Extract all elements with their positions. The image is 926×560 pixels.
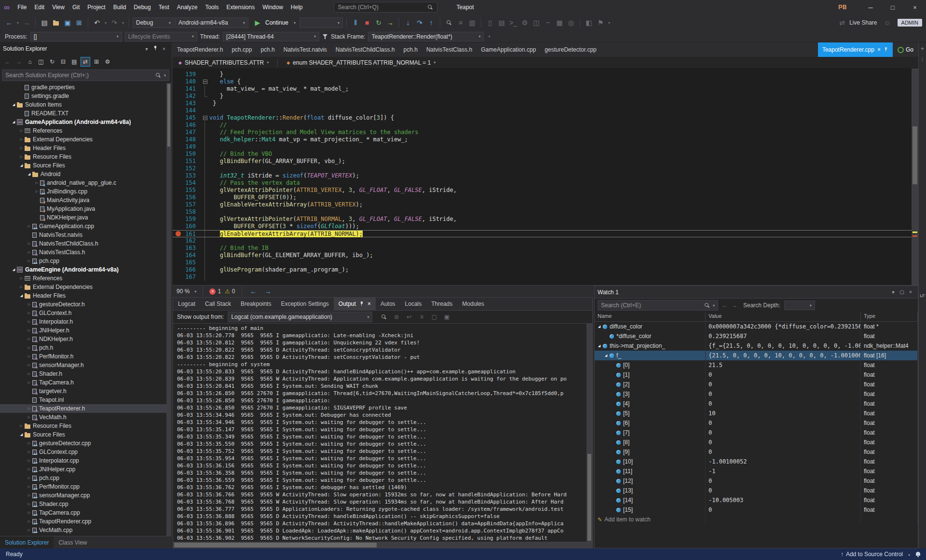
- glyph-margin[interactable]: [173, 223, 183, 230]
- redo-caret[interactable]: ▾: [121, 17, 125, 28]
- code-line-152[interactable]: 152: [173, 165, 918, 172]
- new-project-icon[interactable]: ▤: [39, 17, 50, 28]
- logcat-window-icon[interactable]: ▤: [496, 17, 507, 28]
- warning-count-badge[interactable]: ⚠ 0: [225, 288, 235, 295]
- minimize-button[interactable]: ─: [859, 0, 882, 14]
- tree-item-gradle-properties[interactable]: gradle.properties: [0, 83, 171, 92]
- glyph-margin[interactable]: [173, 208, 183, 216]
- glyph-margin[interactable]: [173, 107, 183, 114]
- expander-arrow[interactable]: ▷: [26, 372, 32, 376]
- menu-window[interactable]: Window: [259, 0, 287, 14]
- tree-item-source-files[interactable]: ◢Source Files: [0, 430, 171, 439]
- navigate-back-icon[interactable]: ←: [248, 286, 259, 297]
- editor-tab-teapotrenderer-cpp[interactable]: TeapotRenderer.cpp×: [818, 42, 893, 57]
- glyph-margin[interactable]: [173, 71, 183, 78]
- tree-item-resource-files[interactable]: ▷Resource Files: [0, 422, 171, 430]
- tree-item-gesturedetector-cpp[interactable]: ▷gestureDetector.cpp: [0, 439, 171, 448]
- glyph-margin[interactable]: [173, 201, 183, 208]
- tree-item-ndkhelper-h[interactable]: ▷NDKHelper.h: [0, 335, 171, 343]
- expander-arrow[interactable]: ▷: [26, 407, 32, 410]
- glyph-margin[interactable]: [173, 273, 183, 281]
- glyph-margin[interactable]: [173, 245, 183, 252]
- tree-item-interpolator-h[interactable]: ▷Interpolator.h: [0, 317, 171, 326]
- watch-row-7[interactable]: [7]0float: [595, 428, 918, 437]
- glyph-margin[interactable]: [173, 165, 183, 172]
- watch-row-12[interactable]: [12]0float: [595, 476, 918, 486]
- code-line-156[interactable]: 156 BUFFER_OFFSET(0));: [173, 194, 918, 201]
- code-line-141[interactable]: 141 mat_view_ = mat_view_ * mat_model_;: [173, 85, 918, 93]
- tool-tab-threads[interactable]: Threads: [426, 298, 457, 310]
- scrollbar-thumb[interactable]: [912, 126, 917, 184]
- add-to-source-control-button[interactable]: ↑ Add to Source Control ▴: [841, 551, 910, 558]
- expander-arrow[interactable]: ▷: [26, 250, 32, 254]
- tree-item-teapotrenderer-h[interactable]: ▷TeapotRenderer.h: [0, 404, 171, 413]
- menu-project[interactable]: Project: [83, 0, 109, 14]
- code-line-163[interactable]: 163 // Bind the IB: [173, 245, 918, 252]
- glyph-margin[interactable]: [173, 158, 183, 165]
- tree-vertical-scrollbar[interactable]: [166, 83, 171, 536]
- watch-row-f[interactable]: ◢f_{21.5, 0, 0, 0, 0, 10, 0, 0, 0, 0, -1…: [595, 351, 918, 360]
- tree-item-settings-gradle[interactable]: settings.gradle: [0, 92, 171, 100]
- code-line-153[interactable]: 153 int32_t iStride = sizeof(TEAPOT_VERT…: [173, 172, 918, 179]
- send-feedback-icon[interactable]: ☺: [882, 17, 893, 28]
- live-share-button[interactable]: ⇄Live Share: [837, 17, 877, 28]
- switch-views-icon[interactable]: ◫: [36, 57, 46, 67]
- watch-row-0[interactable]: [0]21.5float: [595, 360, 918, 370]
- tree-item-android[interactable]: ◢Android: [0, 170, 171, 178]
- output-horizontal-scrollbar[interactable]: [173, 542, 592, 548]
- editor-tab-natvistest-natvis[interactable]: NatvisTest.natvis: [279, 42, 331, 57]
- expander-arrow[interactable]: ▷: [26, 519, 32, 523]
- save-all-icon[interactable]: ⊞: [74, 17, 84, 28]
- column-header-type[interactable]: Type: [861, 312, 918, 321]
- goto-message-icon[interactable]: ≡: [417, 312, 426, 322]
- refresh-icon[interactable]: ↻: [47, 57, 57, 67]
- code-line-160[interactable]: 160 BUFFER_OFFSET(3 * sizeof(GLfloat)));: [173, 223, 918, 230]
- navigate-backward-icon[interactable]: ←: [4, 17, 14, 28]
- code-line-150[interactable]: 150 // Bind the VBO: [173, 150, 918, 158]
- tree-item-header-files[interactable]: ◢Header Files: [0, 291, 171, 300]
- expander-arrow[interactable]: ▷: [26, 363, 32, 367]
- clear-all-icon[interactable]: ⊘: [392, 312, 401, 322]
- menu-build[interactable]: Build: [109, 0, 130, 14]
- watch-row-5[interactable]: [5]10float: [595, 409, 918, 418]
- lifecycle-events-dropdown[interactable]: Lifecycle Events▾: [125, 32, 197, 41]
- tree-item-targetver-h[interactable]: targetver.h: [0, 387, 171, 396]
- forward-icon[interactable]: →: [14, 57, 24, 67]
- code-line-154[interactable]: 154 // Pass the vertex data: [173, 179, 918, 187]
- maximize-panel-icon[interactable]: ▢: [898, 289, 906, 295]
- expander-arrow[interactable]: ◢: [18, 164, 25, 167]
- tree-item-tapcamera-cpp[interactable]: ▷TapCamera.cpp: [0, 508, 171, 517]
- navigate-backward-caret[interactable]: ▾: [15, 17, 20, 28]
- code-line-161[interactable]: 161 glEnableVertexAttribArray(ATTRIB_NOR…: [173, 230, 918, 237]
- tool-tab-exception-settings[interactable]: Exception Settings: [276, 298, 333, 310]
- expander-arrow[interactable]: ◢: [11, 103, 17, 107]
- filter-threads-icon[interactable]: [322, 34, 328, 40]
- editor-tab-pch-h[interactable]: pch.h: [256, 42, 279, 57]
- watch-row-11[interactable]: [11]-1float: [595, 466, 918, 476]
- glyph-margin[interactable]: [173, 216, 183, 223]
- expander-arrow[interactable]: ▷: [26, 511, 32, 515]
- editor-tab-pch-h[interactable]: pch.h: [399, 42, 422, 57]
- dock-output-icon[interactable]: ▣: [442, 312, 451, 322]
- new-folder-icon[interactable]: ⊞: [92, 57, 101, 67]
- panel-tab-class-view[interactable]: Class View: [54, 536, 92, 548]
- editor-tab-natvistestchildclass-h[interactable]: NatvisTestChildClass.h: [331, 42, 399, 57]
- column-header-value[interactable]: Value: [706, 312, 861, 321]
- watch-row-8[interactable]: [8]0float: [595, 437, 918, 447]
- process-dropdown[interactable]: []▾: [30, 32, 122, 41]
- expander-arrow[interactable]: ▷: [18, 155, 25, 159]
- command-window-icon[interactable]: ≡: [455, 17, 466, 28]
- find-in-files-icon[interactable]: [444, 17, 454, 28]
- step-out-icon[interactable]: ↑: [426, 17, 436, 28]
- expander-arrow[interactable]: ▷: [26, 502, 32, 506]
- debug-location-overflow-icon[interactable]: ▾: [487, 31, 491, 42]
- code-line-140[interactable]: 140 else {: [173, 78, 918, 85]
- tree-item-shader-h[interactable]: ▷Shader.h: [0, 369, 171, 378]
- tool-tab-output[interactable]: Output×: [334, 298, 376, 310]
- tree-item-gameapplication-cpp[interactable]: ▷GameApplication.cpp: [0, 222, 171, 231]
- expander-arrow[interactable]: ▷: [34, 190, 40, 193]
- menu-extensions[interactable]: Extensions: [222, 0, 259, 14]
- menu-view[interactable]: View: [48, 0, 68, 14]
- tree-item-source-files[interactable]: ◢Source Files: [0, 161, 171, 170]
- step-over-icon[interactable]: ↷: [414, 17, 425, 28]
